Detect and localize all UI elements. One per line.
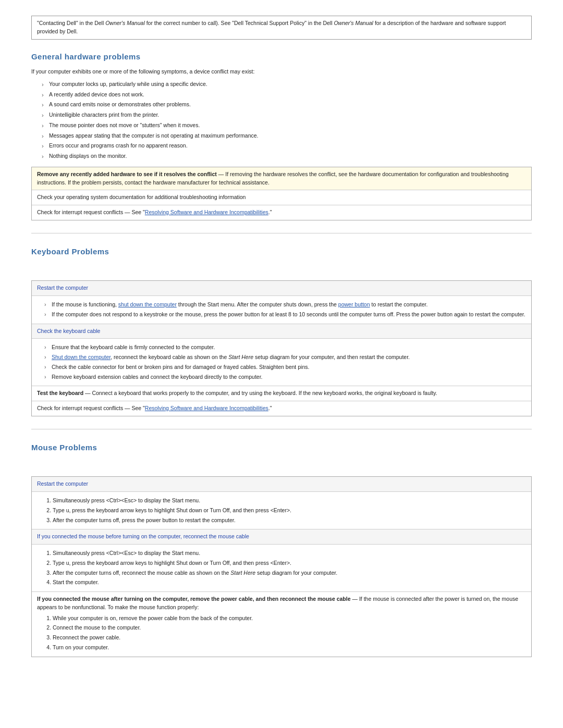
keyboard-test-row: Test the keyboard — Connect a keyboard t… (32, 386, 531, 401)
top-note-text: "Contacting Dell" in the Dell Owner's Ma… (37, 20, 506, 34)
list-item: Turn on your computer. (53, 644, 526, 652)
mouse-after-power-dash: — (352, 596, 359, 602)
list-item: After the computer turns off, reconnect … (53, 569, 526, 577)
keyboard-restart-content: If the mouse is functioning, shut down t… (32, 296, 531, 324)
keyboard-problem-box: Restart the computer If the mouse is fun… (31, 280, 532, 416)
list-item: Errors occur and programs crash for no a… (42, 142, 532, 150)
list-item: Type u, press the keyboard arrow keys to… (53, 559, 526, 567)
link-power-button[interactable]: power button (338, 301, 370, 307)
general-hardware-bullets: Your computer locks up, particularly whi… (42, 80, 532, 161)
keyboard-interrupt-row: Check for interrupt request conflicts — … (32, 401, 531, 416)
keyboard-interrupt-end: ." (268, 405, 272, 411)
general-hardware-section: General hardware problems If your comput… (31, 51, 532, 220)
general-hardware-intro: If your computer exhibits one or more of… (31, 68, 532, 76)
mouse-reconnect-header: If you connected the mouse before turnin… (32, 529, 531, 545)
list-item: Your computer locks up, particularly whi… (42, 80, 532, 89)
list-item: Nothing displays on the monitor. (42, 152, 532, 161)
action-end-3: ." (268, 209, 272, 215)
divider-2 (31, 429, 532, 429)
keyboard-cable-bullets: Ensure that the keyboard cable is firmly… (44, 343, 526, 381)
top-note: "Contacting Dell" in the Dell Owner's Ma… (31, 16, 532, 40)
keyboard-restart-header: Restart the computer (32, 281, 531, 296)
mouse-restart-label: Restart the computer (37, 480, 88, 487)
list-item: Reconnect the power cable. (53, 634, 526, 642)
list-item: While your computer is on, remove the po… (53, 614, 526, 623)
link-resolving-2[interactable]: Resolving Software and Hardware Incompat… (145, 405, 268, 411)
list-item: Connect the mouse to the computer. (53, 624, 526, 632)
keyboard-restart-label: Restart the computer (37, 285, 88, 291)
mouse-after-power-label: If you connected the mouse after turning… (37, 596, 351, 602)
keyboard-interrupt-dash: — (125, 405, 131, 411)
general-hardware-title: General hardware problems (31, 51, 532, 63)
link-resolving-1[interactable]: Resolving Software and Hardware Incompat… (145, 209, 268, 215)
list-item: The mouse pointer does not move or "stut… (42, 121, 532, 130)
divider-1 (31, 233, 532, 233)
list-item: Start the computer. (53, 578, 526, 587)
list-item: Unintelligible characters print from the… (42, 111, 532, 119)
action-row-3: Check for interrupt request conflicts — … (32, 205, 531, 220)
list-item: Messages appear stating that the compute… (42, 132, 532, 140)
action-row-1: Remove any recently added hardware to se… (32, 167, 531, 191)
list-item: A sound card emits noise or demonstrates… (42, 101, 532, 109)
list-item: If the computer does not respond to a ke… (44, 311, 526, 319)
keyboard-interrupt-text: See " (132, 405, 145, 411)
keyboard-cable-label: Check the keyboard cable (37, 328, 100, 334)
mouse-problem-box: Restart the computer Simultaneously pres… (31, 476, 532, 657)
list-item: A recently added device does not work. (42, 91, 532, 99)
mouse-restart-steps: Simultaneously press <Ctrl><Esc> to disp… (53, 497, 526, 524)
general-hardware-action-box: Remove any recently added hardware to se… (31, 167, 532, 220)
list-item: Ensure that the keyboard cable is firmly… (44, 343, 526, 352)
mouse-after-power-row: If you connected the mouse after turning… (32, 592, 531, 657)
mouse-restart-header: Restart the computer (32, 477, 531, 492)
list-item: After the computer turns off, press the … (53, 516, 526, 525)
keyboard-cable-content: Ensure that the keyboard cable is firmly… (32, 339, 531, 386)
list-item: If the mouse is functioning, shut down t… (44, 301, 526, 309)
keyboard-section: Keyboard Problems Restart the computer I… (31, 246, 532, 416)
list-item: Simultaneously press <Ctrl><Esc> to disp… (53, 497, 526, 505)
action-row-2: Check your operating system documentatio… (32, 190, 531, 205)
action-label-3: Check for interrupt request conflicts (37, 209, 123, 215)
keyboard-restart-bullets: If the mouse is functioning, shut down t… (44, 301, 526, 319)
action-label: Remove any recently added hardware to se… (37, 171, 217, 177)
mouse-after-power-steps: While your computer is on, remove the po… (53, 614, 526, 652)
mouse-section: Mouse Problems Restart the computer Simu… (31, 442, 532, 657)
list-item: Shut down the computer, reconnect the ke… (44, 353, 526, 362)
test-keyboard-text: Connect a keyboard that works properly t… (92, 390, 437, 396)
mouse-title: Mouse Problems (31, 442, 532, 454)
list-item: Simultaneously press <Ctrl><Esc> to disp… (53, 549, 526, 558)
keyboard-cable-header: Check the keyboard cable (32, 324, 531, 339)
mouse-reconnect-content: Simultaneously press <Ctrl><Esc> to disp… (32, 545, 531, 592)
test-keyboard-dash: — (85, 390, 92, 396)
list-item: Type u, press the keyboard arrow keys to… (53, 507, 526, 515)
test-keyboard-label: Test the keyboard (37, 390, 83, 396)
keyboard-title: Keyboard Problems (31, 246, 532, 258)
list-item: Remove keyboard extension cables and con… (44, 373, 526, 381)
keyboard-interrupt-label: Check for interrupt request conflicts (37, 405, 123, 411)
link-shut-down-1[interactable]: shut down the computer (118, 301, 177, 307)
link-shut-down-2[interactable]: Shut down the computer (52, 354, 111, 360)
action-dash-3: — (125, 209, 131, 215)
mouse-reconnect-label: If you connected the mouse before turnin… (37, 533, 249, 539)
action-text-3: See " (132, 209, 145, 215)
mouse-reconnect-steps: Simultaneously press <Ctrl><Esc> to disp… (53, 549, 526, 587)
list-item: Check the cable connector for bent or br… (44, 363, 526, 372)
action-text-2: Check your operating system documentatio… (37, 194, 246, 200)
mouse-restart-content: Simultaneously press <Ctrl><Esc> to disp… (32, 492, 531, 529)
action-dash: — (218, 171, 225, 177)
